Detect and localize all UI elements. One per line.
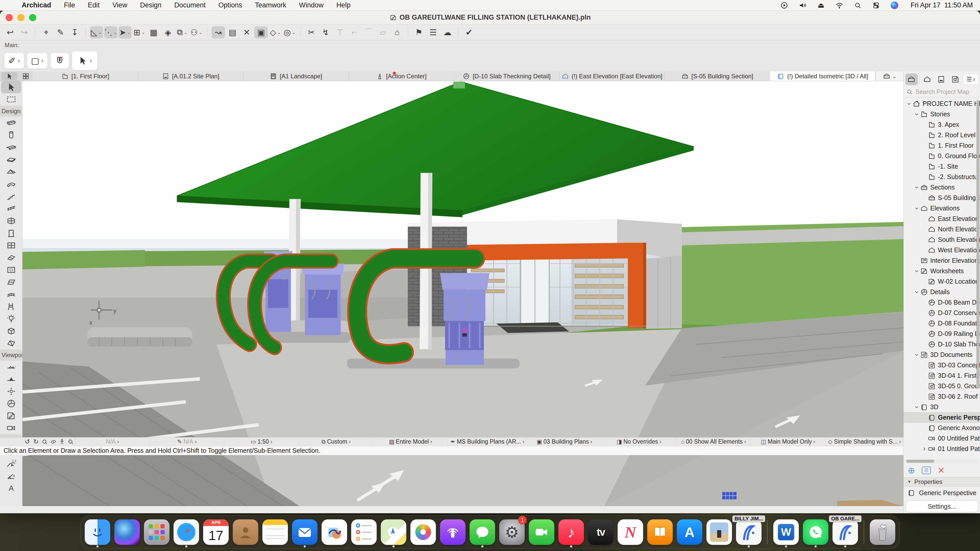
chevron-down-icon[interactable] xyxy=(906,101,912,106)
tab-a-01-2-site-plan[interactable]: [A.01.2 Site Plan] xyxy=(138,71,243,81)
dock-settings[interactable]: ⚙1 xyxy=(499,517,525,547)
nav-back-button[interactable]: ↺ xyxy=(23,438,32,445)
siri-icon[interactable] xyxy=(890,1,899,10)
object-tool[interactable] xyxy=(0,300,22,313)
tree-item-2-roof-level[interactable]: 2. Roof Level xyxy=(904,130,980,140)
dock-books[interactable] xyxy=(647,517,673,547)
zoom-in-button[interactable] xyxy=(40,438,49,445)
chevron-down-icon[interactable] xyxy=(913,404,920,410)
menu-options[interactable]: Options xyxy=(212,1,248,9)
tree-item-d-10-slab-theckni[interactable]: D-10 Slab Theckni xyxy=(904,339,980,349)
renovation-filter-field[interactable]: ⌂00 Show All Elements› xyxy=(676,437,751,446)
magnet-snap-button[interactable] xyxy=(50,52,69,69)
window-tool[interactable] xyxy=(0,239,22,251)
scale-field[interactable]: ▭1:50› xyxy=(224,437,299,446)
element-transfer-button[interactable]: ↝ xyxy=(212,26,225,38)
settings-button[interactable]: Settings... xyxy=(906,500,978,512)
chevron-down-icon[interactable] xyxy=(913,289,920,295)
dock-facetime[interactable] xyxy=(528,517,555,547)
dock-whatsapp[interactable] xyxy=(802,517,829,547)
view-map-tab[interactable] xyxy=(921,73,934,85)
skylight-tool[interactable] xyxy=(0,251,22,264)
dock-maps[interactable] xyxy=(380,517,407,547)
menu-clock[interactable]: Fri Apr 17 11:50 AM xyxy=(908,1,973,9)
navigator-menu-button[interactable]: ☰› xyxy=(963,74,978,85)
dock-reminders[interactable] xyxy=(351,517,377,547)
dock-news[interactable]: N xyxy=(617,517,644,547)
menu-document[interactable]: Document xyxy=(168,1,212,9)
pick-up-parameters-button[interactable]: ✎ xyxy=(54,26,67,38)
orientation-button[interactable]: ◎⌄ xyxy=(283,26,296,38)
tree-item-3-apex[interactable]: 3. Apex xyxy=(904,119,980,130)
tree-hscrollbar[interactable] xyxy=(905,459,978,463)
dock-word[interactable]: W xyxy=(773,517,799,547)
elevation-marker-tool[interactable] xyxy=(0,373,22,385)
column-tool[interactable] xyxy=(0,129,22,141)
tab-detailed-isometric-3d-all[interactable]: (!) Detailed Isometric [3D / All] xyxy=(770,71,875,81)
tab-d-10-slab-theckning-detail[interactable]: [D-10 Slab Theckning Detail] xyxy=(454,71,559,81)
tree-item-1-first-floor[interactable]: 1. First Floor xyxy=(904,140,980,151)
menu-file[interactable]: File xyxy=(58,1,82,9)
tree-item-elevations[interactable]: Elevations xyxy=(904,203,980,213)
tree-item-interior-elevations[interactable]: Interior Elevations xyxy=(904,256,980,266)
dock-archicad2[interactable]: OB GARE... xyxy=(832,517,859,547)
chevron-down-icon[interactable] xyxy=(913,111,920,117)
opening-tool[interactable] xyxy=(0,264,22,276)
tree-item-0-ground-floor[interactable]: 0. Ground Floor xyxy=(904,151,980,161)
tree-item-w-02-location-ma[interactable]: W-02 Location Ma xyxy=(904,276,980,287)
structure-display-field[interactable]: ▨Entire Model› xyxy=(373,437,448,446)
dock-music[interactable]: ♪ xyxy=(558,517,584,547)
dock-freeform[interactable] xyxy=(321,517,348,547)
screen-mirroring-icon[interactable] xyxy=(780,1,789,10)
3d-style-field[interactable]: ◇Simple Shading with S...› xyxy=(825,437,904,446)
redo-button[interactable]: ↪ xyxy=(18,26,31,38)
graphic-overrides-field[interactable]: ◨No Overrides› xyxy=(601,437,676,446)
tree-item-2-substructure[interactable]: -2. Substructure xyxy=(904,171,980,182)
control-center-icon[interactable] xyxy=(872,1,880,10)
properties-header[interactable]: ▼ Properties xyxy=(904,477,980,487)
zone-tool[interactable] xyxy=(0,276,22,288)
gravity-button[interactable]: ◈ xyxy=(161,26,175,38)
minimize-button[interactable] xyxy=(18,14,24,21)
marquee-tool[interactable] xyxy=(0,94,22,106)
tree-item-d-09-railing-detai[interactable]: D-09 Railing Detai xyxy=(904,329,980,339)
mesh-tool[interactable] xyxy=(0,288,22,300)
marquee-method-button[interactable]: ▢› xyxy=(27,52,48,69)
adjust-button[interactable]: ⊤ xyxy=(333,26,347,38)
arrow-tool[interactable] xyxy=(1,81,21,94)
railing-tool[interactable] xyxy=(0,203,22,215)
tab-overflow-button[interactable]: ⌄ xyxy=(875,71,904,81)
tab-s-05-building-section[interactable]: [S-05 Building Section] xyxy=(665,71,770,81)
tree-item-01-untitled-path[interactable]: 01 Untitled Path xyxy=(904,444,980,454)
camera-tool[interactable] xyxy=(0,422,22,434)
chevron-down-icon[interactable] xyxy=(913,268,920,274)
arrow-method-button[interactable]: › xyxy=(72,51,98,70)
walk-mode-button[interactable] xyxy=(58,438,66,445)
wall-tool[interactable] xyxy=(0,117,22,129)
dock-preview-image[interactable] xyxy=(706,517,732,547)
guide-lines-button[interactable]: ◺⌄ xyxy=(90,26,103,38)
curtain-wall-tool[interactable] xyxy=(0,215,22,227)
dock-safari[interactable] xyxy=(173,517,200,547)
orbit-button[interactable] xyxy=(49,438,58,445)
story-marker-tool[interactable] xyxy=(0,361,22,373)
door-tool[interactable] xyxy=(0,227,22,239)
split-button[interactable]: ✂ xyxy=(305,26,318,38)
tree-item-west-elevation-au[interactable]: West Elevation (Au xyxy=(904,245,980,256)
pen-set-field[interactable]: ✒MS Building Plans (AR...› xyxy=(448,437,527,446)
flag-favorites-button[interactable]: ⚑ xyxy=(412,26,425,38)
menu-archicad[interactable]: Archicad xyxy=(15,1,58,9)
dock-contacts[interactable] xyxy=(232,517,259,547)
dock-messages[interactable] xyxy=(469,517,496,547)
bimcloud-button[interactable]: ☁ xyxy=(441,26,454,38)
dock-finder[interactable] xyxy=(84,517,111,547)
layer-combination-field[interactable]: ⧉Custom› xyxy=(299,437,373,446)
tree-item-3d-documents[interactable]: 3D Documents xyxy=(904,349,980,360)
tab-east-elevation-east-elevation[interactable]: (!) East Elevation [East Elevation] xyxy=(559,71,665,81)
edit-geometry-method-button[interactable]: ✐› xyxy=(4,52,24,69)
tree-item-generic-perspect[interactable]: Generic Perspect xyxy=(904,412,980,423)
detail-tool[interactable] xyxy=(0,397,22,410)
3d-visualization-button[interactable]: ◇⌄ xyxy=(269,26,282,38)
menu-window[interactable]: Window xyxy=(293,1,330,9)
dock-photos[interactable] xyxy=(410,517,436,547)
